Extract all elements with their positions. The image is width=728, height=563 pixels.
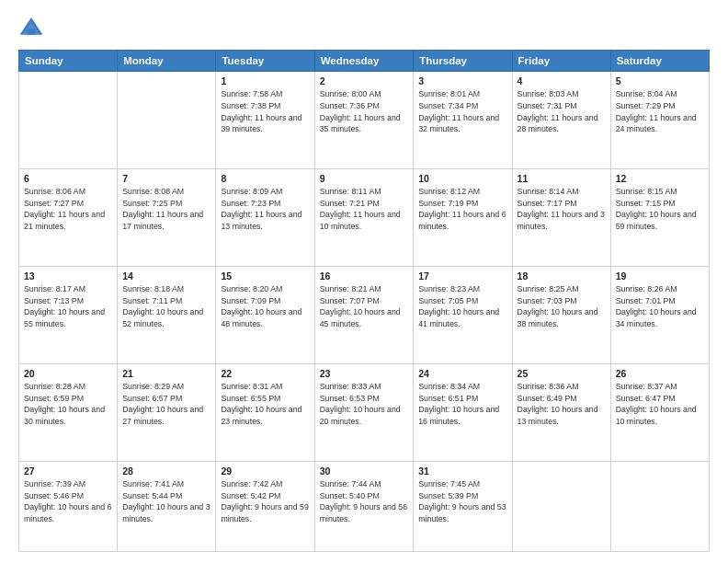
calendar-cell: 21Sunrise: 8:29 AM Sunset: 6:57 PM Dayli… [118, 363, 216, 461]
weekday-header-sunday: Sunday [19, 51, 118, 72]
day-detail: Sunrise: 8:17 AM Sunset: 7:13 PM Dayligh… [24, 283, 112, 330]
day-number: 5 [616, 75, 704, 86]
day-detail: Sunrise: 8:03 AM Sunset: 7:31 PM Dayligh… [518, 88, 606, 135]
day-detail: Sunrise: 8:33 AM Sunset: 6:53 PM Dayligh… [320, 381, 409, 428]
calendar-cell: 30Sunrise: 7:44 AM Sunset: 5:40 PM Dayli… [314, 461, 414, 551]
day-detail: Sunrise: 8:31 AM Sunset: 6:55 PM Dayligh… [221, 381, 309, 428]
logo [18, 15, 48, 40]
day-number: 15 [221, 270, 309, 282]
day-number: 3 [418, 75, 506, 86]
day-number: 19 [616, 270, 704, 282]
day-number: 2 [320, 75, 409, 86]
calendar-cell: 16Sunrise: 8:21 AM Sunset: 7:07 PM Dayli… [314, 266, 414, 363]
weekday-header-tuesday: Tuesday [216, 51, 314, 72]
calendar-cell: 20Sunrise: 8:28 AM Sunset: 6:59 PM Dayli… [19, 363, 118, 461]
calendar-cell: 11Sunrise: 8:14 AM Sunset: 7:17 PM Dayli… [512, 168, 610, 266]
day-number: 16 [320, 270, 409, 282]
weekday-header-monday: Monday [118, 51, 216, 72]
day-number: 27 [24, 465, 112, 477]
calendar-cell: 1Sunrise: 7:58 AM Sunset: 7:38 PM Daylig… [216, 72, 314, 169]
day-number: 30 [320, 465, 409, 477]
calendar-cell: 18Sunrise: 8:25 AM Sunset: 7:03 PM Dayli… [512, 266, 610, 363]
calendar-cell: 2Sunrise: 8:00 AM Sunset: 7:36 PM Daylig… [314, 72, 414, 169]
day-detail: Sunrise: 8:34 AM Sunset: 6:51 PM Dayligh… [418, 381, 506, 428]
day-detail: Sunrise: 8:23 AM Sunset: 7:05 PM Dayligh… [418, 283, 506, 330]
calendar-cell [610, 461, 709, 551]
day-detail: Sunrise: 8:01 AM Sunset: 7:34 PM Dayligh… [418, 88, 506, 135]
weekday-header-row: SundayMondayTuesdayWednesdayThursdayFrid… [19, 51, 710, 72]
day-number: 9 [320, 173, 409, 184]
day-number: 21 [122, 368, 210, 379]
day-detail: Sunrise: 8:15 AM Sunset: 7:15 PM Dayligh… [616, 186, 704, 233]
calendar-cell: 19Sunrise: 8:26 AM Sunset: 7:01 PM Dayli… [610, 266, 709, 363]
day-number: 13 [24, 270, 112, 282]
day-detail: Sunrise: 7:41 AM Sunset: 5:44 PM Dayligh… [122, 478, 210, 525]
calendar-cell: 4Sunrise: 8:03 AM Sunset: 7:31 PM Daylig… [512, 72, 610, 169]
calendar-cell: 24Sunrise: 8:34 AM Sunset: 6:51 PM Dayli… [414, 363, 512, 461]
calendar-week-row: 20Sunrise: 8:28 AM Sunset: 6:59 PM Dayli… [19, 363, 710, 461]
day-number: 8 [221, 173, 309, 184]
calendar-cell: 27Sunrise: 7:39 AM Sunset: 5:46 PM Dayli… [19, 461, 118, 551]
day-detail: Sunrise: 7:42 AM Sunset: 5:42 PM Dayligh… [221, 478, 309, 525]
calendar-cell: 17Sunrise: 8:23 AM Sunset: 7:05 PM Dayli… [414, 266, 512, 363]
day-number: 31 [418, 465, 506, 477]
day-number: 1 [221, 75, 309, 86]
day-number: 18 [518, 270, 606, 282]
calendar-week-row: 6Sunrise: 8:06 AM Sunset: 7:27 PM Daylig… [19, 168, 710, 266]
weekday-header-wednesday: Wednesday [314, 51, 414, 72]
day-detail: Sunrise: 8:12 AM Sunset: 7:19 PM Dayligh… [418, 186, 506, 233]
day-detail: Sunrise: 7:44 AM Sunset: 5:40 PM Dayligh… [320, 478, 409, 525]
day-number: 29 [221, 465, 309, 477]
calendar-cell: 28Sunrise: 7:41 AM Sunset: 5:44 PM Dayli… [118, 461, 216, 551]
page: SundayMondayTuesdayWednesdayThursdayFrid… [0, 0, 728, 563]
calendar-week-row: 27Sunrise: 7:39 AM Sunset: 5:46 PM Dayli… [19, 461, 710, 551]
day-number: 10 [418, 173, 506, 184]
calendar-cell: 3Sunrise: 8:01 AM Sunset: 7:34 PM Daylig… [414, 72, 512, 169]
day-detail: Sunrise: 8:28 AM Sunset: 6:59 PM Dayligh… [24, 381, 112, 428]
calendar-cell: 14Sunrise: 8:18 AM Sunset: 7:11 PM Dayli… [118, 266, 216, 363]
day-number: 22 [221, 368, 309, 379]
day-detail: Sunrise: 8:00 AM Sunset: 7:36 PM Dayligh… [320, 88, 409, 135]
day-detail: Sunrise: 8:09 AM Sunset: 7:23 PM Dayligh… [221, 186, 309, 233]
day-detail: Sunrise: 8:20 AM Sunset: 7:09 PM Dayligh… [221, 283, 309, 330]
calendar-cell: 6Sunrise: 8:06 AM Sunset: 7:27 PM Daylig… [19, 168, 118, 266]
day-detail: Sunrise: 8:29 AM Sunset: 6:57 PM Dayligh… [122, 381, 210, 428]
calendar-cell: 8Sunrise: 8:09 AM Sunset: 7:23 PM Daylig… [216, 168, 314, 266]
day-number: 28 [122, 465, 210, 477]
calendar-cell: 13Sunrise: 8:17 AM Sunset: 7:13 PM Dayli… [19, 266, 118, 363]
calendar-week-row: 13Sunrise: 8:17 AM Sunset: 7:13 PM Dayli… [19, 266, 710, 363]
day-detail: Sunrise: 7:45 AM Sunset: 5:39 PM Dayligh… [418, 478, 506, 525]
day-detail: Sunrise: 8:25 AM Sunset: 7:03 PM Dayligh… [518, 283, 606, 330]
calendar-table: SundayMondayTuesdayWednesdayThursdayFrid… [18, 50, 710, 552]
calendar-cell: 25Sunrise: 8:36 AM Sunset: 6:49 PM Dayli… [512, 363, 610, 461]
calendar-cell: 7Sunrise: 8:08 AM Sunset: 7:25 PM Daylig… [118, 168, 216, 266]
day-detail: Sunrise: 8:08 AM Sunset: 7:25 PM Dayligh… [122, 186, 210, 233]
weekday-header-thursday: Thursday [414, 51, 512, 72]
day-number: 23 [320, 368, 409, 379]
calendar-cell: 9Sunrise: 8:11 AM Sunset: 7:21 PM Daylig… [314, 168, 414, 266]
calendar-cell: 31Sunrise: 7:45 AM Sunset: 5:39 PM Dayli… [414, 461, 512, 551]
day-detail: Sunrise: 8:37 AM Sunset: 6:47 PM Dayligh… [616, 381, 704, 428]
day-detail: Sunrise: 8:04 AM Sunset: 7:29 PM Dayligh… [616, 88, 704, 135]
day-number: 14 [122, 270, 210, 282]
day-detail: Sunrise: 8:21 AM Sunset: 7:07 PM Dayligh… [320, 283, 409, 330]
calendar-cell: 12Sunrise: 8:15 AM Sunset: 7:15 PM Dayli… [610, 168, 709, 266]
day-detail: Sunrise: 8:06 AM Sunset: 7:27 PM Dayligh… [24, 186, 112, 233]
day-number: 4 [518, 75, 606, 86]
day-number: 17 [418, 270, 506, 282]
day-detail: Sunrise: 8:26 AM Sunset: 7:01 PM Dayligh… [616, 283, 704, 330]
day-number: 24 [418, 368, 506, 379]
weekday-header-friday: Friday [512, 51, 610, 72]
calendar-cell: 29Sunrise: 7:42 AM Sunset: 5:42 PM Dayli… [216, 461, 314, 551]
calendar-cell [19, 72, 118, 169]
calendar-cell: 15Sunrise: 8:20 AM Sunset: 7:09 PM Dayli… [216, 266, 314, 363]
header [18, 15, 710, 40]
calendar-cell: 10Sunrise: 8:12 AM Sunset: 7:19 PM Dayli… [414, 168, 512, 266]
calendar-cell: 22Sunrise: 8:31 AM Sunset: 6:55 PM Dayli… [216, 363, 314, 461]
calendar-cell [118, 72, 216, 169]
day-detail: Sunrise: 7:58 AM Sunset: 7:38 PM Dayligh… [221, 88, 309, 135]
day-number: 26 [616, 368, 704, 379]
day-detail: Sunrise: 7:39 AM Sunset: 5:46 PM Dayligh… [24, 478, 112, 525]
day-number: 12 [616, 173, 704, 184]
day-number: 7 [122, 173, 210, 184]
